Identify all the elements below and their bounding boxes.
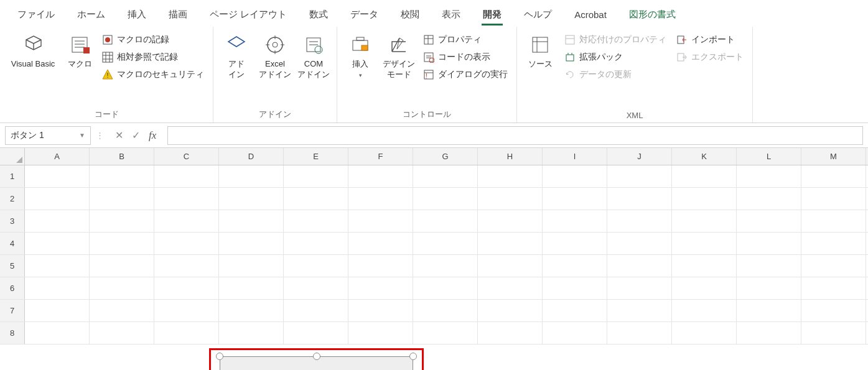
col-header[interactable]: M (801, 148, 866, 165)
cell[interactable] (737, 277, 801, 299)
cell[interactable] (478, 277, 543, 299)
col-header[interactable]: K (672, 148, 737, 165)
tab-insert[interactable]: 挿入 (118, 4, 156, 27)
cell[interactable] (348, 233, 413, 254)
cell[interactable] (543, 233, 607, 254)
cell[interactable] (801, 255, 866, 277)
cell[interactable] (413, 277, 478, 299)
col-header[interactable]: E (284, 148, 348, 165)
name-box[interactable]: ボタン 1 ▼ (5, 126, 91, 145)
cell[interactable] (413, 322, 478, 344)
cell[interactable] (672, 255, 737, 277)
cell[interactable] (672, 300, 737, 321)
cell[interactable] (154, 165, 219, 187)
col-header[interactable]: J (607, 148, 672, 165)
cell[interactable] (801, 300, 866, 321)
tab-page-layout[interactable]: ページ レイアウト (200, 4, 297, 27)
row-header[interactable]: 5 (0, 255, 25, 277)
cell[interactable] (543, 165, 607, 187)
cell[interactable] (284, 322, 348, 344)
cell[interactable] (25, 210, 90, 232)
cell[interactable] (90, 165, 154, 187)
cell[interactable] (737, 210, 801, 232)
cell[interactable] (25, 188, 90, 210)
tab-review[interactable]: 校閲 (391, 4, 429, 27)
formula-input[interactable] (167, 126, 863, 145)
tab-view[interactable]: 表示 (432, 4, 470, 27)
cell[interactable] (348, 165, 413, 187)
cell[interactable] (607, 188, 672, 210)
col-header[interactable]: C (154, 148, 219, 165)
cell[interactable] (284, 277, 348, 299)
addins-button[interactable]: アド イン (218, 29, 254, 84)
fx-icon[interactable]: fx (149, 129, 156, 142)
cell[interactable] (478, 188, 543, 210)
cell[interactable] (543, 300, 607, 321)
cell[interactable] (543, 322, 607, 344)
cell[interactable] (737, 233, 801, 254)
cell[interactable] (672, 210, 737, 232)
cell[interactable] (348, 277, 413, 299)
tab-help[interactable]: ヘルプ (514, 4, 562, 27)
cell[interactable] (737, 255, 801, 277)
run-dialog-button[interactable]: ! ダイアログの実行 (421, 68, 510, 81)
cell[interactable] (284, 300, 348, 321)
design-mode-button[interactable]: デザイン モード (381, 29, 417, 84)
xml-expansion-button[interactable]: 拡張パック (562, 50, 669, 64)
cell[interactable] (154, 322, 219, 344)
cell[interactable] (543, 277, 607, 299)
cell[interactable] (801, 165, 866, 187)
cell[interactable] (90, 277, 154, 299)
enter-icon[interactable]: ✓ (132, 129, 140, 141)
col-header[interactable]: A (25, 148, 90, 165)
resize-handle[interactable] (409, 353, 417, 360)
xml-source-button[interactable]: ソース (522, 29, 558, 73)
cell[interactable] (25, 300, 90, 321)
cell[interactable] (607, 300, 672, 321)
cell[interactable] (219, 277, 284, 299)
cell[interactable] (413, 255, 478, 277)
cell[interactable] (154, 233, 219, 254)
cell[interactable] (413, 233, 478, 254)
view-code-button[interactable]: コードの表示 (421, 50, 510, 64)
col-header[interactable]: B (90, 148, 154, 165)
cell[interactable] (90, 255, 154, 277)
cell[interactable] (478, 322, 543, 344)
tab-data[interactable]: データ (340, 4, 388, 27)
cell[interactable] (607, 277, 672, 299)
cell[interactable] (154, 300, 219, 321)
cell[interactable] (413, 300, 478, 321)
cell[interactable] (478, 255, 543, 277)
cell[interactable] (543, 188, 607, 210)
select-all-corner[interactable] (0, 148, 25, 165)
cell[interactable] (801, 210, 866, 232)
cell[interactable] (801, 277, 866, 299)
row-header[interactable]: 4 (0, 233, 25, 254)
record-macro-button[interactable]: マクロの記録 (100, 33, 207, 47)
use-relative-refs-button[interactable]: 相対参照で記録 (100, 50, 207, 64)
cell[interactable] (607, 322, 672, 344)
cell[interactable] (672, 233, 737, 254)
cell[interactable] (478, 165, 543, 187)
cell[interactable] (90, 233, 154, 254)
cell[interactable] (90, 188, 154, 210)
cell[interactable] (90, 322, 154, 344)
macros-button[interactable]: マクロ (63, 29, 96, 73)
cell[interactable] (413, 188, 478, 210)
cell[interactable] (478, 233, 543, 254)
cell[interactable] (25, 322, 90, 344)
col-header[interactable]: L (737, 148, 801, 165)
row-header[interactable]: 1 (0, 165, 25, 187)
col-header[interactable]: D (219, 148, 284, 165)
cell[interactable] (543, 210, 607, 232)
cell[interactable] (801, 233, 866, 254)
cell[interactable] (219, 210, 284, 232)
cell[interactable] (284, 233, 348, 254)
cell[interactable] (219, 322, 284, 344)
cell[interactable] (607, 233, 672, 254)
col-header[interactable]: I (543, 148, 607, 165)
row-header[interactable]: 2 (0, 188, 25, 210)
cell[interactable] (478, 210, 543, 232)
cell[interactable] (672, 165, 737, 187)
visual-basic-button[interactable]: Visual Basic (5, 29, 61, 73)
